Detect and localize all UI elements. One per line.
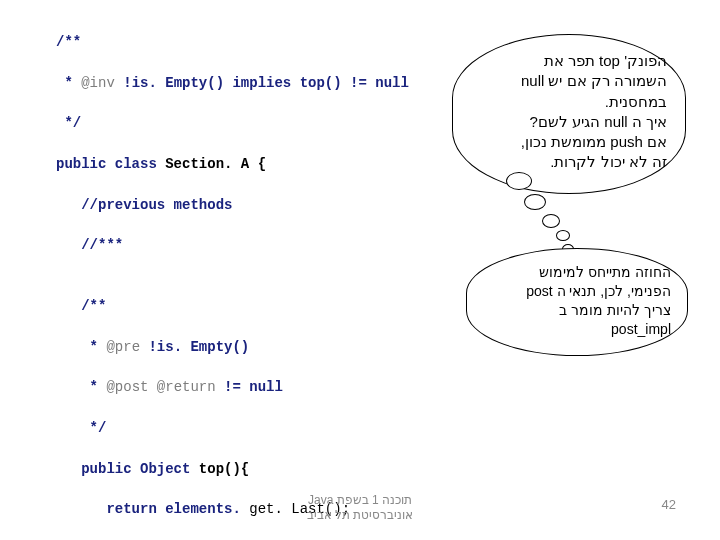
code-text: @inv — [81, 75, 115, 91]
code-text: * — [56, 339, 106, 355]
code-text: //*** — [56, 237, 123, 253]
code-text: */ — [56, 420, 106, 436]
thought-dot-icon — [506, 172, 532, 190]
code-text: !is. Empty() — [140, 339, 249, 355]
footer-line: תוכנה 1 בשפת Java — [307, 493, 414, 509]
footer-line: אוניברסיטת תל אביב — [307, 508, 414, 524]
thought-line: החוזה מתייחס למימוש — [481, 263, 671, 282]
thought-line: איך ה null הגיע לשם? — [467, 112, 667, 132]
thought-line: הפונק' top תפר את — [467, 51, 667, 71]
code-text: !is. Empty() implies top() != null — [115, 75, 409, 91]
thought-line: הפנימי, לכן, תנאי ה post — [481, 282, 671, 301]
code-text: * — [56, 75, 81, 91]
code-text: return elements. — [56, 501, 241, 517]
code-text: public class — [56, 156, 165, 172]
code-text: != null — [216, 379, 283, 395]
thought-line: זה לא יכול לקרות. — [467, 152, 667, 172]
thought-line: במחסנית. — [467, 92, 667, 112]
thought-line: אם push ממומשת נכון, — [467, 132, 667, 152]
code-text: @pre — [106, 339, 140, 355]
code-text: public Object — [56, 461, 199, 477]
thought-bubble-top: הפונק' top תפר את השמורה רק אם יש null ב… — [452, 34, 686, 194]
code-text: * — [56, 379, 106, 395]
code-text: Section. A { — [165, 156, 266, 172]
code-text: //previous methods — [56, 197, 232, 213]
thought-line: השמורה רק אם יש null — [467, 71, 667, 91]
thought-line: צריך להיות מומר ב — [481, 301, 671, 320]
slide: /** * @inv !is. Empty() implies top() !=… — [0, 0, 720, 540]
thought-dot-icon — [524, 194, 546, 210]
thought-bubble-bottom: החוזה מתייחס למימוש הפנימי, לכן, תנאי ה … — [466, 248, 688, 356]
code-text: top(){ — [199, 461, 249, 477]
thought-line: post_impl — [481, 320, 671, 339]
code-text: */ — [56, 115, 81, 131]
page-number: 42 — [662, 497, 676, 512]
thought-dot-icon — [556, 230, 570, 241]
thought-dot-icon — [542, 214, 560, 228]
code-block: /** * @inv !is. Empty() implies top() !=… — [56, 12, 501, 540]
code-text: /** — [56, 298, 106, 314]
footer-center: תוכנה 1 בשפת Java אוניברסיטת תל אביב — [307, 493, 414, 524]
code-text: /** — [56, 34, 81, 50]
code-text: @post @return — [106, 379, 215, 395]
